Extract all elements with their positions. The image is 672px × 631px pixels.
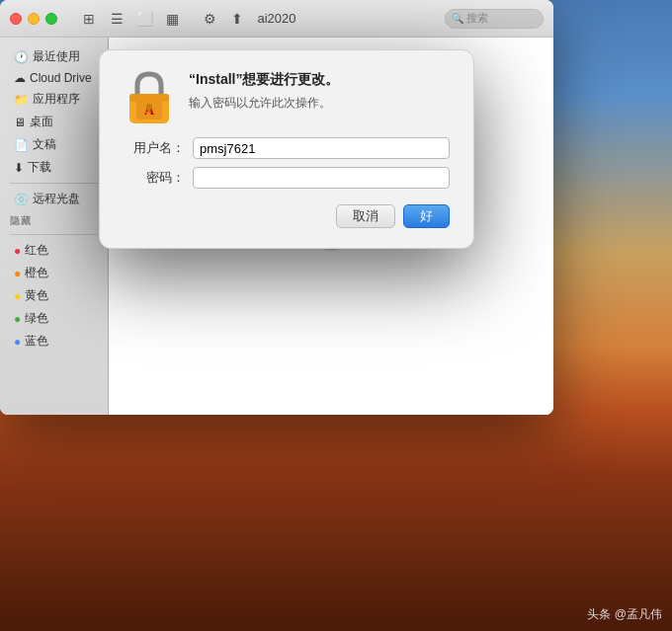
ok-button[interactable]: 好 [403, 204, 450, 228]
svg-rect-5 [148, 108, 151, 113]
finder-toolbar: ⊞ ☰ ⬜ ▦ ⚙ ⬆ ai2020 🔍 搜索 [0, 0, 553, 38]
minimize-button[interactable] [28, 13, 40, 25]
sidebar-item-documents[interactable]: 📄 文稿 [0, 133, 108, 156]
red-tag-icon: ● [14, 244, 21, 258]
username-row: 用户名： [124, 137, 450, 159]
form-rows: 用户名： 密码： [124, 137, 450, 189]
dialog-text-area: “Install”想要进行更改。 输入密码以允许此次操作。 [189, 70, 450, 111]
window-title: ai2020 [257, 11, 295, 26]
downloads-icon: ⬇ [14, 161, 24, 175]
password-label: 密码： [124, 169, 185, 187]
settings-icon[interactable]: ⚙ [198, 7, 221, 31]
sidebar-item-recent[interactable]: 🕐 最近使用 [0, 45, 108, 68]
sidebar-item-red[interactable]: ● 红色 [0, 239, 108, 262]
blue-tag-icon: ● [14, 335, 21, 349]
search-icon: 🔍 [452, 13, 463, 24]
sidebar-item-green[interactable]: ● 绿色 [0, 307, 108, 330]
password-row: 密码： [124, 167, 450, 189]
lock-icon-container: A [124, 70, 175, 125]
sidebar-item-yellow[interactable]: ● 黄色 [0, 284, 108, 307]
sidebar-item-downloads[interactable]: ⬇ 下载 [0, 156, 108, 179]
search-placeholder: 搜索 [466, 11, 488, 26]
yellow-tag-icon: ● [14, 289, 21, 303]
orange-tag-icon: ● [14, 267, 21, 280]
cover-flow-icon[interactable]: ▦ [160, 7, 184, 31]
cancel-button[interactable]: 取消 [336, 204, 395, 228]
apps-icon: 📁 [14, 93, 29, 107]
share-icon[interactable]: ⬆ [225, 7, 249, 31]
dialog-header: A “Install”想要进行更改。 输入密码以允许此次操作。 [124, 70, 450, 125]
sidebar-item-applications[interactable]: 📁 应用程序 [0, 88, 108, 111]
sidebar-item-blue[interactable]: ● 蓝色 [0, 330, 108, 353]
recent-icon: 🕐 [14, 50, 29, 64]
sidebar-item-cloud[interactable]: ☁ Cloud Drive [0, 68, 108, 88]
sidebar-item-remote-disc[interactable]: 💿 远程光盘 [0, 188, 108, 210]
dialog-buttons: 取消 好 [124, 204, 450, 228]
finder-sidebar: 🕐 最近使用 ☁ Cloud Drive 📁 应用程序 🖥 桌面 📄 文稿 ⬇ [0, 38, 109, 415]
list-view-icon[interactable]: ☰ [105, 7, 128, 31]
window-controls [10, 13, 57, 25]
sidebar-hidden-label: 隐藏 [0, 210, 108, 230]
sidebar-divider-2 [10, 234, 98, 235]
maximize-button[interactable] [45, 13, 57, 25]
disc-icon: 💿 [14, 193, 29, 206]
dialog-subtitle: 输入密码以允许此次操作。 [189, 95, 450, 112]
lock-icon: A [124, 70, 175, 125]
close-button[interactable] [10, 13, 22, 25]
sidebar-divider-1 [10, 183, 98, 184]
search-bar[interactable]: 🔍 搜索 [445, 9, 544, 29]
cloud-icon: ☁ [14, 71, 26, 85]
username-label: 用户名： [124, 139, 185, 157]
view-icons: ⊞ ☰ ⬜ ▦ ⚙ ⬆ [77, 7, 249, 31]
docs-icon: 📄 [14, 138, 29, 152]
grid-view-icon[interactable]: ⊞ [77, 7, 101, 31]
column-view-icon[interactable]: ⬜ [132, 7, 156, 31]
password-input[interactable] [193, 167, 450, 189]
auth-dialog: A “Install”想要进行更改。 输入密码以允许此次操作。 用户名： 密码：… [99, 49, 474, 249]
desktop-icon: 🖥 [14, 116, 26, 129]
username-input[interactable] [193, 137, 450, 159]
toolbar-right: 🔍 搜索 [445, 9, 544, 29]
watermark: 头条 @孟凡伟 [587, 606, 662, 623]
green-tag-icon: ● [14, 312, 21, 326]
dialog-title: “Install”想要进行更改。 [189, 70, 450, 90]
sidebar-item-orange[interactable]: ● 橙色 [0, 262, 108, 284]
sidebar-item-desktop[interactable]: 🖥 桌面 [0, 111, 108, 133]
